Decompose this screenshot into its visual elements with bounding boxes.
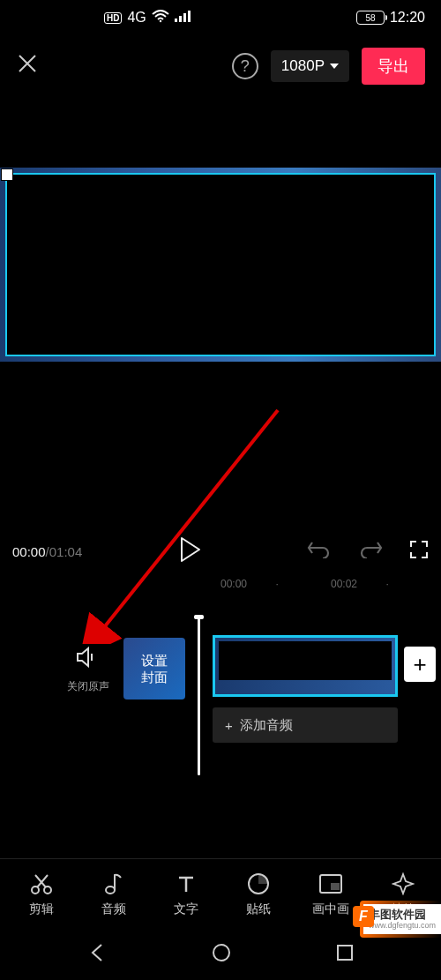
status-left: HD 4G xyxy=(104,10,191,26)
ruler-tick: 00:00 xyxy=(220,578,276,595)
fullscreen-button[interactable] xyxy=(409,540,429,563)
status-right: 58 12:20 xyxy=(356,10,425,26)
chevron-down-icon xyxy=(330,64,339,69)
svg-point-0 xyxy=(160,19,161,21)
pip-icon xyxy=(318,872,343,896)
playhead[interactable] xyxy=(198,617,200,775)
speaker-icon xyxy=(53,647,123,674)
ruler-tick: 00:02 xyxy=(331,578,386,595)
signal-icon xyxy=(175,10,191,26)
annotation-arrow-icon xyxy=(53,406,300,644)
svg-point-9 xyxy=(106,886,115,894)
timeline: 关闭原声 设置 封面 + 添加音频 xyxy=(0,631,441,745)
clock: 12:20 xyxy=(390,10,425,26)
time-total: 01:04 xyxy=(49,544,83,559)
help-button[interactable]: ? xyxy=(232,53,258,79)
text-icon xyxy=(176,872,197,896)
tool-label: 音频 xyxy=(101,901,126,917)
set-cover-button[interactable]: 设置 封面 xyxy=(123,638,185,699)
play-button[interactable] xyxy=(179,536,202,566)
close-button[interactable] xyxy=(16,52,39,81)
status-bar: HD 4G 58 12:20 xyxy=(0,0,441,35)
resolution-label: 1080P xyxy=(281,57,325,75)
svg-rect-14 xyxy=(338,946,352,960)
svg-rect-3 xyxy=(183,13,186,22)
top-toolbar: ? 1080P 导出 xyxy=(0,35,441,97)
svg-point-13 xyxy=(213,945,229,961)
scissors-icon xyxy=(30,872,53,896)
playback-bar: 00:00/01:04 xyxy=(0,529,441,573)
network-indicator: 4G xyxy=(127,10,146,26)
time-ruler[interactable]: 00:00 · 00:02 · xyxy=(220,578,441,595)
video-preview[interactable] xyxy=(0,168,441,362)
watermark: F 丰图软件园 www.dgfengtu.com xyxy=(360,901,441,938)
mute-label: 关闭原声 xyxy=(53,679,123,694)
tool-edit[interactable]: 剪辑 xyxy=(5,872,78,917)
undo-button[interactable] xyxy=(307,539,332,564)
nav-back-button[interactable] xyxy=(87,943,107,966)
watermark-name: 丰图软件园 xyxy=(369,908,436,922)
sticker-icon xyxy=(247,872,270,896)
tool-audio[interactable]: 音频 xyxy=(78,872,150,917)
svg-rect-1 xyxy=(175,19,177,22)
tool-label: 贴纸 xyxy=(246,901,271,917)
tool-label: 剪辑 xyxy=(29,901,54,917)
video-clip[interactable] xyxy=(213,635,398,697)
svg-rect-12 xyxy=(331,883,340,890)
watermark-url: www.dgfengtu.com xyxy=(369,921,436,931)
tool-label: 画中画 xyxy=(312,901,349,917)
svg-rect-2 xyxy=(179,16,182,22)
wifi-icon xyxy=(152,10,169,26)
timecode: 00:00/01:04 xyxy=(12,544,82,559)
sparkle-icon xyxy=(392,872,415,896)
time-current: 00:00 xyxy=(12,544,46,559)
ruler-dot: · xyxy=(276,578,332,595)
preview-frame xyxy=(5,173,436,356)
ruler-dot: · xyxy=(386,578,442,595)
nav-recent-button[interactable] xyxy=(336,944,354,965)
hd-badge: HD xyxy=(104,12,122,24)
add-audio-button[interactable]: + 添加音频 xyxy=(213,707,398,743)
music-note-icon xyxy=(104,872,123,896)
add-audio-label: 添加音频 xyxy=(240,717,293,734)
svg-rect-4 xyxy=(188,11,191,22)
nav-home-button[interactable] xyxy=(212,943,231,966)
svg-line-5 xyxy=(101,410,278,631)
export-button[interactable]: 导出 xyxy=(362,48,425,85)
clip-thumbnail xyxy=(219,641,392,680)
add-clip-button[interactable]: + xyxy=(404,647,436,682)
mute-original-button[interactable]: 关闭原声 xyxy=(53,647,123,694)
top-right-group: ? 1080P 导出 xyxy=(232,48,425,85)
resize-handle-icon[interactable] xyxy=(1,168,13,181)
tool-sticker[interactable]: 贴纸 xyxy=(222,872,295,917)
plus-icon: + xyxy=(225,718,233,733)
tool-label: 文字 xyxy=(174,901,198,917)
resolution-selector[interactable]: 1080P xyxy=(271,50,349,82)
watermark-logo: F xyxy=(353,906,374,927)
battery-icon: 58 xyxy=(356,11,385,25)
redo-button[interactable] xyxy=(358,539,383,564)
tool-text[interactable]: 文字 xyxy=(150,872,222,917)
